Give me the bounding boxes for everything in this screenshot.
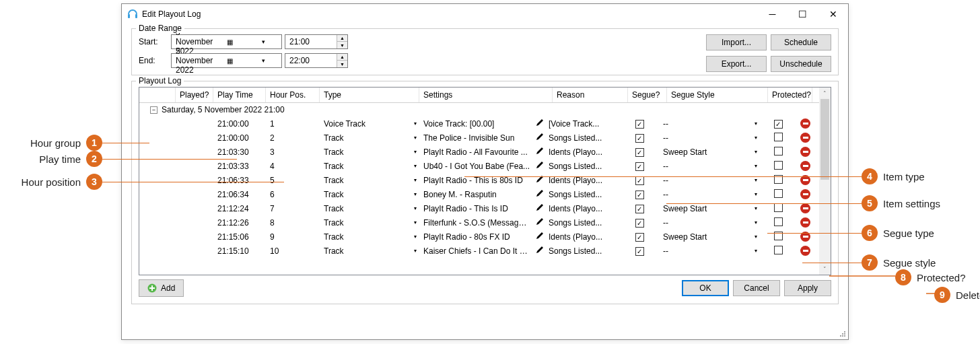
cell-segue-style: -- (659, 218, 752, 228)
collapse-icon[interactable]: − (150, 106, 158, 114)
cell-type: Track (320, 246, 411, 256)
svg-rect-7 (844, 333, 845, 335)
segue-style-dropdown-icon[interactable]: ▾ (752, 219, 760, 226)
callout-2: Play time 2 (0, 151, 249, 167)
segue-style-dropdown-icon[interactable]: ▾ (752, 234, 760, 240)
maximize-button[interactable]: ☐ (788, 5, 818, 24)
edit-icon[interactable] (535, 203, 545, 213)
cell-segue[interactable]: ✓ (620, 204, 659, 213)
cancel-button[interactable]: Cancel (733, 280, 780, 296)
scroll-thumb[interactable] (820, 99, 829, 180)
cell-protected[interactable] (760, 133, 796, 143)
hour-group-row[interactable]: − Saturday, 5 November 2022 21:00 (139, 103, 831, 116)
segue-style-dropdown-icon[interactable]: ▾ (752, 248, 760, 254)
delete-button[interactable] (800, 147, 810, 157)
import-button[interactable]: Import... (706, 34, 767, 50)
cell-type: Track (320, 162, 411, 171)
svg-rect-6 (842, 333, 843, 335)
type-dropdown-icon[interactable]: ▾ (411, 121, 419, 127)
cell-reason: [Voice Track... (545, 119, 620, 129)
segue-style-dropdown-icon[interactable]: ▾ (752, 121, 760, 127)
start-time-input[interactable]: 21:00 ▲▼ (285, 34, 348, 49)
cell-segue[interactable]: ✓ (620, 190, 659, 199)
svg-rect-1 (135, 14, 137, 18)
unschedule-button[interactable]: Unschedule (771, 56, 831, 72)
resize-grip[interactable] (839, 330, 847, 338)
segue-style-dropdown-icon[interactable]: ▾ (752, 149, 760, 155)
cell-reason: Songs Listed... (545, 133, 620, 143)
col-segue-style[interactable]: Segue Style (667, 88, 768, 102)
cell-hour-pos: 2 (266, 133, 320, 143)
svg-rect-10 (844, 335, 845, 337)
ok-button[interactable]: OK (682, 280, 729, 296)
col-settings[interactable]: Settings (419, 88, 553, 102)
close-button[interactable]: ✕ (818, 5, 848, 24)
end-date-input[interactable]: 5 November 2022 ▦ ▾ (171, 53, 282, 68)
cell-segue[interactable]: ✓ (620, 246, 659, 256)
type-dropdown-icon[interactable]: ▾ (411, 135, 419, 141)
cell-settings: The Police - Invisible Sun (419, 133, 535, 143)
add-button[interactable]: Add (139, 279, 184, 297)
type-dropdown-icon[interactable]: ▾ (411, 205, 419, 211)
delete-button[interactable] (800, 133, 810, 143)
scroll-up-icon[interactable]: ˄ (819, 88, 831, 99)
cell-settings: Kaiser Chiefs - I Can Do It W... (419, 246, 535, 256)
cell-reason: Idents (Playo... (545, 204, 620, 213)
type-dropdown-icon[interactable]: ▾ (411, 248, 419, 254)
end-time-input[interactable]: 22:00 ▲▼ (285, 53, 348, 68)
table-row[interactable]: 21:15:1010Track▾Kaiser Chiefs - I Can Do… (139, 244, 831, 258)
time-spinner[interactable]: ▲▼ (337, 35, 347, 48)
cell-segue[interactable]: ✓ (620, 119, 659, 129)
minimize-button[interactable]: ─ (757, 5, 788, 24)
edit-icon[interactable] (535, 118, 545, 129)
cell-protected[interactable] (760, 246, 796, 256)
col-reason[interactable]: Reason (553, 88, 628, 102)
col-hour-pos[interactable]: Hour Pos. (266, 88, 320, 102)
col-protected[interactable]: Protected? (768, 88, 812, 102)
cell-protected[interactable] (760, 147, 796, 158)
callout-9: 9 Delete button (934, 287, 980, 303)
cell-settings: Boney M. - Rasputin (419, 190, 535, 199)
edit-icon[interactable] (535, 246, 545, 256)
edit-icon[interactable] (535, 133, 545, 143)
delete-button[interactable] (800, 118, 810, 129)
calendar-icon: ▦ (213, 38, 246, 46)
cell-settings: PlayIt Radio - 80s FX ID (419, 232, 535, 242)
cell-type: Track (320, 218, 411, 228)
edit-icon[interactable] (535, 217, 545, 228)
col-segue[interactable]: Segue? (628, 88, 667, 102)
edit-icon[interactable] (535, 147, 545, 157)
segue-style-dropdown-icon[interactable]: ▾ (752, 135, 760, 141)
export-button[interactable]: Export... (706, 56, 767, 72)
cell-type: Track (320, 133, 411, 143)
svg-rect-5 (844, 331, 845, 333)
col-type[interactable]: Type (320, 88, 419, 102)
start-label: Start: (139, 37, 171, 46)
cell-play-time: 21:06:34 (213, 190, 266, 199)
cell-segue[interactable]: ✓ (620, 147, 659, 157)
type-dropdown-icon[interactable]: ▾ (411, 149, 419, 155)
col-played[interactable]: Played? (176, 88, 213, 102)
type-dropdown-icon[interactable]: ▾ (411, 234, 419, 240)
apply-button[interactable]: Apply (784, 280, 831, 296)
type-dropdown-icon[interactable]: ▾ (411, 163, 419, 169)
cell-segue-style: -- (659, 133, 752, 143)
type-dropdown-icon[interactable]: ▾ (411, 177, 419, 183)
type-dropdown-icon[interactable]: ▾ (411, 219, 419, 226)
cell-segue[interactable]: ✓ (620, 133, 659, 143)
type-dropdown-icon[interactable]: ▾ (411, 191, 419, 197)
edit-icon[interactable] (535, 232, 545, 242)
table-row[interactable]: 21:00:001Voice Track▾Voice Track: [00.00… (139, 116, 831, 131)
table-row[interactable]: 21:00:002Track▾The Police - Invisible Su… (139, 131, 831, 145)
col-play-time[interactable]: Play Time (213, 88, 266, 102)
cell-protected[interactable]: ✓ (760, 119, 796, 129)
time-spinner[interactable]: ▲▼ (337, 54, 347, 67)
table-row[interactable]: 21:15:069Track▾PlayIt Radio - 80s FX IDI… (139, 230, 831, 244)
edit-icon[interactable] (535, 189, 545, 199)
cell-segue[interactable]: ✓ (620, 218, 659, 228)
schedule-button[interactable]: Schedule (771, 34, 831, 50)
chevron-down-icon: ▾ (246, 57, 280, 64)
end-label: End: (139, 56, 171, 65)
table-row[interactable]: 21:12:268Track▾Filterfunk - S.O.S (Messa… (139, 215, 831, 230)
cell-segue[interactable]: ✓ (620, 232, 659, 242)
